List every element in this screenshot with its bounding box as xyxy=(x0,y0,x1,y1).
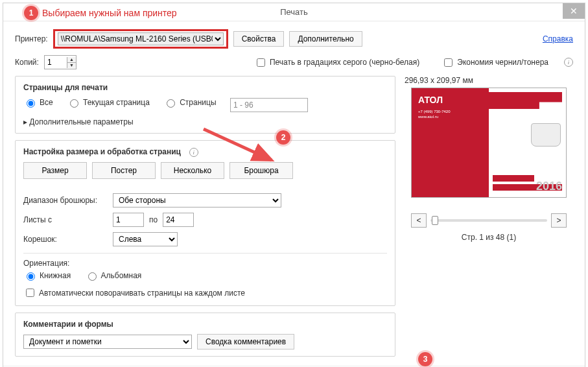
auto-rotate-checkbox[interactable] xyxy=(26,289,34,297)
advanced-button[interactable]: Дополнительно xyxy=(289,31,362,47)
preview-dimensions: 296,93 x 209,97 мм xyxy=(405,76,473,85)
booklet-range-select[interactable]: Обе стороны xyxy=(113,193,281,207)
comments-summary-button[interactable]: Сводка комментариев xyxy=(197,334,294,349)
grayscale-label: Печать в градациях серого (черно-белая) xyxy=(270,58,419,67)
annotation-callout-1: 1 Выбираем нужный нам принтер xyxy=(24,6,177,20)
chevron-right-icon: > xyxy=(556,216,561,225)
annotation-badge-2: 2 xyxy=(276,130,290,145)
pages-group-title: Страницы для печати xyxy=(23,83,387,92)
size-handling-group: 2 Настройка размера и обработка страниц … xyxy=(15,140,395,306)
tab-size[interactable]: Размер xyxy=(23,162,87,179)
copies-label: Копий: xyxy=(15,58,39,67)
orientation-landscape-radio[interactable] xyxy=(88,272,97,281)
copies-up-icon[interactable]: ▲ xyxy=(67,57,76,63)
orientation-portrait-label: Книжная xyxy=(40,271,71,280)
orientation-landscape-label: Альбомная xyxy=(101,271,142,280)
grayscale-checkbox[interactable] xyxy=(257,58,265,67)
pages-range-input[interactable] xyxy=(230,98,308,112)
close-button[interactable]: ✕ xyxy=(563,3,585,19)
pages-all-label: Все xyxy=(40,98,53,107)
print-dialog: 1 Выбираем нужный нам принтер Печать ✕ П… xyxy=(3,3,585,367)
binding-label: Корешок: xyxy=(23,235,108,244)
orientation-label: Ориентация: xyxy=(23,259,387,268)
preview-subtext: +7 (499) 730-7420www.atol.ru xyxy=(418,109,451,119)
annotation-text-1: Выбираем нужный нам принтер xyxy=(42,8,177,18)
sheets-to-label: по xyxy=(149,215,158,224)
pages-range-label: Страницы xyxy=(180,98,216,107)
printer-select[interactable]: \\ROMULA\Samsung ML-2160 Series (USB001) xyxy=(58,32,224,45)
pages-current-label: Текущая страница xyxy=(83,98,150,107)
comments-group-title: Комментарии и формы xyxy=(23,320,387,329)
printer-label: Принтер: xyxy=(15,34,48,43)
tab-booklet[interactable]: Брошюра xyxy=(229,162,293,179)
comments-select[interactable]: Документ и пометки xyxy=(23,335,192,349)
preview-panel: 296,93 x 209,97 мм АТОЛ +7 (499) 730-742… xyxy=(405,76,573,357)
preview-slider[interactable] xyxy=(430,219,547,222)
tab-multiple[interactable]: Несколько xyxy=(161,162,224,179)
tab-poster[interactable]: Постер xyxy=(92,162,156,179)
pages-group: Страницы для печати Все Текущая страница xyxy=(15,76,395,134)
printer-row: Принтер: \\ROMULA\Samsung ML-2160 Series… xyxy=(15,29,573,49)
dialog-title: Печать xyxy=(280,7,308,17)
help-link[interactable]: Справка xyxy=(543,34,573,43)
sheets-from-input[interactable] xyxy=(113,213,144,227)
booklet-range-label: Диапазон брошюры: xyxy=(23,196,108,205)
preview-prev-button[interactable]: < xyxy=(411,213,427,228)
pages-more-disclosure[interactable]: ▸ Дополнительные параметры xyxy=(23,117,387,126)
preview-brand: АТОЛ xyxy=(418,95,443,105)
preview-next-button[interactable]: > xyxy=(551,213,567,228)
annotation-badge-1: 1 xyxy=(24,6,38,20)
properties-button[interactable]: Свойства xyxy=(233,31,285,47)
preview-printer-image xyxy=(531,123,561,147)
save-ink-checkbox[interactable] xyxy=(444,58,453,67)
preview-box: АТОЛ +7 (499) 730-7420www.atol.ru 2016 xyxy=(411,88,567,198)
printer-select-highlight: \\ROMULA\Samsung ML-2160 Series (USB001) xyxy=(53,29,228,49)
info-icon[interactable]: i xyxy=(564,58,573,67)
copies-row: Копий: ▲ ▼ Печать в градациях серого (че… xyxy=(15,55,573,69)
save-ink-label: Экономия чернил/тонера xyxy=(457,58,548,67)
pages-all-radio[interactable] xyxy=(27,99,35,108)
copies-spinner: ▲ ▼ xyxy=(44,55,76,69)
chevron-right-icon: ▸ xyxy=(23,117,29,126)
comments-group: Комментарии и формы Документ и пометки С… xyxy=(15,313,395,357)
close-icon: ✕ xyxy=(570,6,578,16)
auto-rotate-label: Автоматически поворачивать страницы на к… xyxy=(39,289,245,298)
orientation-portrait-radio[interactable] xyxy=(27,272,35,281)
binding-select[interactable]: Слева xyxy=(113,232,178,246)
page-indicator: Стр. 1 из 48 (1) xyxy=(462,233,516,242)
chevron-left-icon: < xyxy=(416,216,421,225)
sheets-to-input[interactable] xyxy=(163,213,194,227)
size-group-title: Настройка размера и обработка страниц xyxy=(23,147,181,156)
sheets-from-label: Листы с xyxy=(23,215,108,224)
preview-slider-thumb[interactable] xyxy=(432,216,438,225)
info-icon[interactable]: i xyxy=(189,148,198,157)
copies-down-icon[interactable]: ▼ xyxy=(67,63,76,68)
copies-input[interactable] xyxy=(45,56,67,68)
annotation-badge-3: 3 xyxy=(418,352,432,366)
pages-current-radio[interactable] xyxy=(70,99,78,108)
preview-year: 2016 xyxy=(536,180,562,193)
pages-range-radio[interactable] xyxy=(167,99,175,108)
